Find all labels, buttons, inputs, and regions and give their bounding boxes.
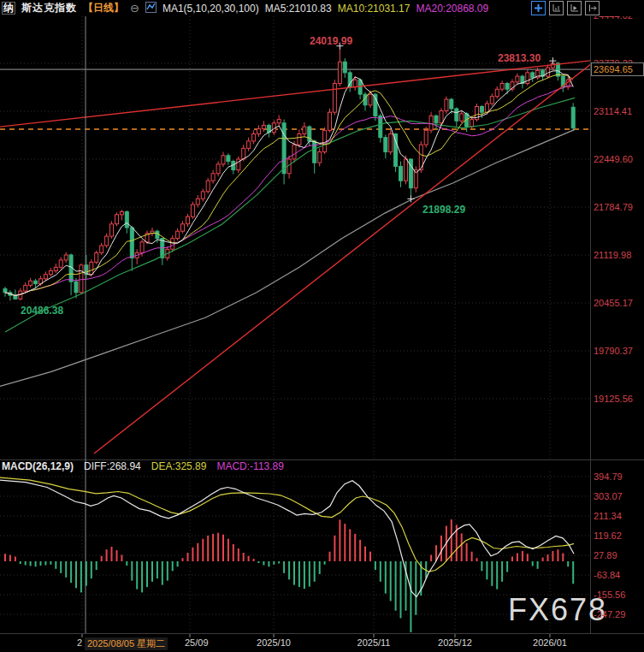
annotation-low-20486: 20486.38: [21, 305, 63, 317]
macd-diff-value: DIFF:268.94: [84, 460, 141, 472]
ma10-value: MA10:21031.17: [338, 3, 411, 15]
chart-play-icon[interactable]: [567, 1, 582, 15]
macd-header: MACD(26,12,9) DIFF:268.94 DEA:325.89 MAC…: [2, 460, 284, 472]
collapse-icon[interactable]: ⊖: [130, 2, 139, 15]
mini-chart-icon[interactable]: [145, 2, 157, 15]
price-alert-box[interactable]: 23694.65: [591, 62, 644, 76]
ma-settings-label[interactable]: MA1(5,10,20,30,100): [162, 3, 259, 15]
trading-terminal: 纳斯达克指数 【日线】 ⊖ MA1(5,10,20,30,100) MA5:21…: [0, 0, 644, 652]
time-axis-label: 2025/10: [257, 637, 291, 648]
price-axis-label: 21784.79: [594, 202, 633, 212]
macd-axis-label: 27.89: [594, 550, 617, 560]
chart-toolbar: [531, 1, 600, 15]
price-axis-label: 22449.60: [594, 154, 633, 164]
instrument-badge: 纳: [2, 2, 15, 15]
macd-axis-label: 303.07: [594, 491, 623, 501]
period-label[interactable]: 【日线】: [83, 1, 124, 15]
time-axis-label: 2025/12: [438, 637, 472, 648]
time-axis-label: 2025/11: [357, 637, 391, 648]
pane-expand-icon[interactable]: [585, 1, 600, 15]
price-axis-label: 21119.98: [594, 250, 631, 260]
time-axis-label: 25/09: [185, 637, 209, 648]
macd-axis-label: -63.84: [594, 570, 620, 580]
macd-axis-label: 119.62: [594, 530, 622, 541]
price-axis-label: 20455.17: [594, 298, 633, 308]
macd-axis-label: -155.56: [594, 590, 625, 600]
annotation-low-21898: 21898.29: [422, 204, 465, 216]
watermark: FX678: [508, 592, 607, 628]
price-axis-label: 19125.56: [594, 394, 633, 404]
macd-axis-label: 394.79: [594, 471, 623, 482]
price-axis-label: 19790.37: [594, 346, 633, 356]
annotation-high-23813: 23813.30: [498, 52, 541, 64]
macd-value: MACD:-113.89: [216, 460, 283, 472]
crosshair-date-label: 2025/08/05 星期二: [85, 637, 168, 650]
price-axis-label: 23114.41: [594, 106, 632, 116]
time-axis-label: 2: [77, 637, 82, 648]
annotation-high-24019: 24019.99: [310, 35, 352, 47]
axis-chart-icon[interactable]: [549, 1, 564, 15]
instrument-title: 斯达克指数: [21, 1, 77, 15]
macd-settings-label[interactable]: MACD(26,12,9): [2, 460, 74, 472]
macd-axis-label: 211.34: [594, 511, 622, 521]
macd-dea-value: DEA:325.89: [151, 460, 207, 472]
ma5-value: MA5:21010.83: [265, 3, 332, 15]
ma20-value: MA20:20868.09: [416, 3, 488, 15]
macd-axis-label: -247.29: [594, 609, 625, 619]
price-chart-canvas[interactable]: [0, 0, 644, 652]
crosshair-tool-icon[interactable]: [531, 1, 546, 15]
time-axis-label: 2026/01: [533, 637, 567, 648]
header-bar: 纳斯达克指数 【日线】 ⊖ MA1(5,10,20,30,100) MA5:21…: [0, 0, 644, 16]
